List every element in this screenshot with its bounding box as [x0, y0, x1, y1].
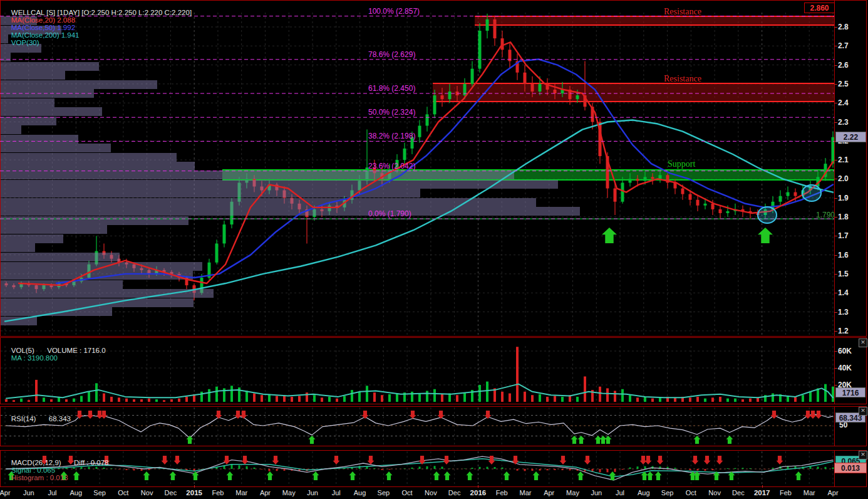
- x-axis-label: Oct: [686, 489, 696, 496]
- price-axis-tick: 1.2: [838, 327, 849, 335]
- rsi-panel-header: RSI(14) 68.343: [3, 407, 88, 430]
- svg-text:38.2% (2.198): 38.2% (2.198): [368, 132, 415, 140]
- macd-indicator-label: MACD(26,12,9) Diff : 0.078: [11, 459, 118, 466]
- x-axis-label: Apr: [260, 489, 271, 496]
- x-axis-label: May: [282, 489, 296, 496]
- macd-panel-close-icon[interactable]: ✕: [859, 451, 867, 460]
- x-axis-label: Oct: [118, 489, 128, 496]
- svg-text:Support: Support: [668, 159, 695, 169]
- current-volume-tag: 1716: [835, 387, 865, 397]
- volume-ma-label: MA : 3190.800: [11, 354, 58, 362]
- x-axis-label: Dec: [732, 489, 745, 496]
- main-axis-divider: [834, 0, 835, 337]
- price-axis-tick: 2.3: [838, 118, 849, 127]
- rsi-panel-close-icon[interactable]: ✕: [859, 407, 867, 416]
- rsi-indicator-label: RSI(14) 68.343: [11, 415, 80, 423]
- svg-text:Resistance: Resistance: [664, 74, 701, 83]
- x-axis-label: Jul: [616, 489, 624, 496]
- symbol-info: WELLCAL [S] [1DAY] [O:2.250 H:2.250 L:2.…: [11, 9, 192, 16]
- price-axis-tick: 2.5: [838, 80, 849, 88]
- x-axis-label: Nov: [425, 489, 437, 496]
- price-axis-tick: 2.8: [838, 23, 849, 31]
- x-axis-label: Mar: [235, 489, 247, 496]
- volume-panel-close-icon[interactable]: ✕: [859, 339, 867, 347]
- x-axis-label: Aug: [638, 489, 650, 496]
- x-axis-label: Jul: [48, 489, 57, 496]
- ma20-legend: MA(Close,20) 2.088: [11, 16, 75, 24]
- volume-axis-tick-mark: [834, 368, 837, 369]
- x-axis-label: 2016: [470, 489, 487, 496]
- x-axis-label: Sep: [378, 489, 390, 496]
- price-axis-tick: 1.5: [838, 270, 849, 278]
- macd-panel-header: MACD(26,12,9) Diff : 0.078 Signal : 0.06…: [3, 451, 126, 489]
- x-axis-label: Oct: [402, 489, 413, 496]
- x-axis-label: Jun: [307, 489, 318, 496]
- price-axis-tick-mark: [834, 84, 837, 85]
- svg-text:100.0% (2.857): 100.0% (2.857): [368, 7, 420, 16]
- support-low-tag: 1.790: [816, 211, 835, 219]
- price-axis-tick: 2.1: [838, 155, 849, 164]
- rsi-line: [6, 414, 833, 438]
- resistance-high-tag: 2.860: [804, 3, 835, 13]
- x-axis-label: 2015: [186, 489, 202, 496]
- svg-text:23.6% (2.042): 23.6% (2.042): [368, 162, 415, 171]
- price-axis-tick-mark: [834, 160, 837, 160]
- x-axis-label: 2017: [754, 489, 770, 496]
- price-axis-tick: 1.8: [838, 213, 849, 221]
- x-axis-label: Jul: [332, 489, 341, 496]
- x-axis-label: Apr: [827, 489, 838, 496]
- price-axis-tick-mark: [834, 103, 837, 103]
- price-axis-tick-mark: [834, 122, 837, 123]
- x-axis-label: Feb: [496, 489, 508, 496]
- x-axis-label: May: [566, 489, 579, 496]
- chart-window: 100.0% (2.857)78.6% (2.629)61.8% (2.450)…: [0, 0, 868, 499]
- price-axis-tick-mark: [834, 293, 837, 293]
- price-axis-tick-mark: [834, 331, 837, 332]
- macd-signal-label: Signal : 0.065: [11, 466, 55, 474]
- x-axis-label: Feb: [780, 489, 792, 496]
- rsi-chart-canvas[interactable]: [0, 406, 834, 446]
- volume-chart-canvas[interactable]: [0, 337, 834, 404]
- price-axis-tick-mark: [834, 255, 837, 256]
- macd-signal-arrows: [8, 456, 802, 480]
- volume-axis-tick-mark: [834, 351, 837, 352]
- macd-histogram-label: Histogram : 0.013: [11, 474, 68, 481]
- price-axis-tick-mark: [834, 27, 837, 28]
- volume-axis-tick-mark: [834, 385, 837, 386]
- rsi-axis-divider: [834, 406, 835, 446]
- price-axis-tick-mark: [834, 179, 837, 179]
- x-axis-label: Sep: [661, 489, 674, 496]
- volume-axis-tick: 40K: [838, 364, 852, 372]
- price-axis-tick: 2.0: [838, 174, 849, 183]
- x-axis-label: Dec: [165, 489, 177, 496]
- volume-axis-tick: 60K: [838, 347, 852, 355]
- support-resistance-zones: [222, 16, 834, 180]
- macd-histogram-tag: 0.013: [834, 463, 867, 473]
- x-axis-label: Jun: [591, 489, 602, 496]
- svg-text:0.0% (1.790): 0.0% (1.790): [368, 209, 411, 218]
- x-axis-label: Feb: [212, 489, 224, 496]
- price-axis-tick-mark: [834, 274, 837, 275]
- x-axis-year-tick-mark: [478, 485, 478, 488]
- price-axis-tick-mark: [834, 236, 837, 236]
- svg-text:50.0% (2.324): 50.0% (2.324): [368, 108, 415, 117]
- price-axis-tick: 2.7: [838, 41, 849, 50]
- price-axis-tick: 1.9: [838, 194, 849, 202]
- price-axis-tick: 1.6: [838, 251, 849, 260]
- svg-text:Resistance: Resistance: [664, 7, 701, 16]
- price-axis-tick: 2.6: [838, 61, 849, 70]
- x-axis-label: Mar: [803, 489, 815, 496]
- vop-legend: VOP(30): [11, 39, 39, 46]
- price-axis-tick-mark: [834, 65, 837, 66]
- price-axis-tick: 1.3: [838, 308, 849, 317]
- price-axis-tick: 1.4: [838, 288, 849, 297]
- x-axis-year-tick-mark: [194, 485, 195, 488]
- x-axis-label: Apr: [0, 489, 11, 496]
- rsi-grid: [1, 407, 834, 445]
- x-axis-label: Nov: [708, 489, 721, 496]
- x-axis-label: Aug: [354, 489, 366, 496]
- buy-signal-arrows: [602, 228, 773, 243]
- volume-panel-header: VOL(5) VOLUME : 1716.0 MA : 3190.800: [3, 339, 123, 369]
- current-price-tag: 2.22: [835, 132, 866, 142]
- price-axis-tick-mark: [834, 46, 837, 46]
